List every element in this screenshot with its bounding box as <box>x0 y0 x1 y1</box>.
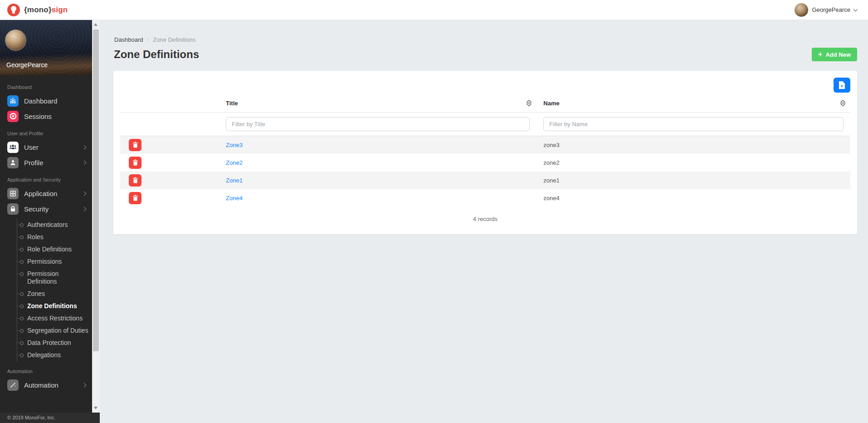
brand-logo[interactable]: {mono}sign <box>7 4 68 16</box>
sort-icon <box>840 99 846 107</box>
actions-column-header <box>120 95 219 113</box>
submenu-item-authenticators[interactable]: Authenticators <box>17 219 92 231</box>
profile-name: GeorgePearce <box>6 61 48 69</box>
brand-suffix: sign <box>52 5 68 14</box>
person-icon <box>7 157 19 168</box>
delete-zone2-button[interactable] <box>129 157 141 169</box>
zone-title-link[interactable]: Zone3 <box>226 142 243 148</box>
chevron-right-icon <box>82 160 87 165</box>
submenu-item-zone-definitions[interactable]: Zone Definitions <box>17 300 92 313</box>
section-label-automation: Automation <box>7 369 85 374</box>
sidebar-scrollbar[interactable] <box>92 20 100 413</box>
submenu-item-data-protection[interactable]: Data Protection <box>17 337 92 349</box>
submenu-item-access-restrictions[interactable]: Access Restrictions <box>17 313 92 325</box>
filter-by-title-input[interactable] <box>226 117 530 131</box>
user-menu[interactable]: GeorgePearce <box>795 3 857 17</box>
breadcrumb-current: Zone Definitions <box>153 36 195 43</box>
profile-avatar[interactable] <box>5 30 26 50</box>
submenu-item-permissions[interactable]: Permissions <box>17 256 92 268</box>
sidebar-item-sessions[interactable]: Sessions <box>0 108 92 124</box>
section-label-user-profile: User and Profile <box>7 131 85 136</box>
chevron-right-icon <box>82 207 87 211</box>
scroll-down-arrow-icon[interactable] <box>94 407 98 409</box>
chevron-right-icon <box>82 191 87 196</box>
sidebar-item-label: Profile <box>24 159 77 167</box>
page-title: Zone Definitions <box>114 48 199 61</box>
submenu-item-delegations[interactable]: Delegations <box>17 349 92 362</box>
export-excel-button[interactable]: x <box>834 78 850 93</box>
sidebar-item-label: User <box>24 143 77 151</box>
sidebar-item-profile[interactable]: Profile <box>0 155 92 170</box>
trash-icon <box>132 142 138 148</box>
top-bar: {mono}sign GeorgePearce <box>0 0 868 20</box>
svg-text:x: x <box>841 84 843 88</box>
table-row: Zone1 zone1 <box>120 172 850 189</box>
sidebar: GeorgePearce Dashboard Dashboard Session… <box>0 20 92 413</box>
filter-by-name-input[interactable] <box>543 117 844 131</box>
section-label-dashboard: Dashboard <box>7 84 85 90</box>
sort-icon <box>526 99 532 107</box>
sidebar-item-security[interactable]: Security <box>0 201 92 216</box>
zone-title-link[interactable]: Zone4 <box>226 195 243 202</box>
excel-file-icon: x <box>838 81 846 89</box>
sidebar-item-application[interactable]: Application <box>0 186 92 201</box>
sidebar-footer: © 2019 MonoFor, Inc. <box>0 413 100 423</box>
chevron-down-icon <box>853 7 858 11</box>
bar-chart-icon <box>7 95 19 107</box>
table-header-row: Title Name <box>120 95 850 113</box>
add-new-button[interactable]: + Add New <box>812 48 857 61</box>
sidebar-item-automation[interactable]: Automation <box>0 377 92 393</box>
breadcrumb: Dashboard / Zone Definitions <box>114 36 195 43</box>
trash-icon <box>132 159 138 166</box>
magic-wand-icon <box>7 379 19 391</box>
table-row: Zone2 zone2 <box>120 154 850 172</box>
card-toolbar: x <box>120 78 850 93</box>
brand-name: {mono}sign <box>24 5 68 15</box>
title-column-label: Title <box>226 100 238 107</box>
table-row: Zone4 zone4 <box>120 189 850 207</box>
zone-title-link[interactable]: Zone2 <box>226 159 243 166</box>
zone-name-cell: zone1 <box>536 172 850 189</box>
delete-zone3-button[interactable] <box>129 139 141 151</box>
sidebar-item-user[interactable]: User <box>0 139 92 155</box>
scrollbar-thumb[interactable] <box>93 30 99 351</box>
record-icon <box>7 111 19 122</box>
submenu-item-segregation-of-duties[interactable]: Segregation of Duties <box>17 325 92 337</box>
sidebar-item-label: Sessions <box>24 113 86 120</box>
lock-icon <box>7 203 19 215</box>
zone-name-cell: zone2 <box>536 154 850 172</box>
user-name: GeorgePearce <box>812 6 850 13</box>
sort-title-button[interactable] <box>526 99 532 107</box>
zone-definitions-card: x Title <box>113 71 857 234</box>
chevron-right-icon <box>82 383 87 387</box>
breadcrumb-dashboard-link[interactable]: Dashboard <box>114 36 143 43</box>
delete-zone4-button[interactable] <box>129 192 141 204</box>
sidebar-item-dashboard[interactable]: Dashboard <box>0 93 92 108</box>
sidebar-profile-header: GeorgePearce <box>0 20 92 75</box>
server-icon <box>7 188 19 199</box>
zone-title-link[interactable]: Zone1 <box>226 177 243 184</box>
submenu-item-permission-definitions[interactable]: Permission Definitions <box>17 268 92 288</box>
trash-icon <box>132 177 138 183</box>
user-avatar <box>795 3 808 17</box>
plus-icon: + <box>818 51 822 58</box>
sort-name-button[interactable] <box>840 99 846 107</box>
sidebar-item-label: Application <box>24 190 77 197</box>
submenu-item-role-definitions[interactable]: Role Definitions <box>17 244 92 256</box>
brand-prefix: {mono} <box>24 5 52 14</box>
sidebar-nav: Dashboard Dashboard Sessions User and Pr… <box>0 75 92 393</box>
delete-zone1-button[interactable] <box>129 174 141 187</box>
submenu-item-roles[interactable]: Roles <box>17 231 92 244</box>
zone-definitions-table: Title Name <box>120 95 850 207</box>
records-count: 4 records <box>120 207 850 229</box>
scroll-up-arrow-icon[interactable] <box>94 23 98 26</box>
submenu-item-zones[interactable]: Zones <box>17 288 92 300</box>
name-column-header: Name <box>536 95 850 113</box>
table-row: Zone3 zone3 <box>120 136 850 154</box>
zone-name-cell: zone3 <box>536 136 850 154</box>
name-column-label: Name <box>543 100 559 107</box>
section-label-app-security: Application and Security <box>7 177 85 182</box>
security-submenu: Authenticators Roles Role Definitions Pe… <box>17 218 92 362</box>
main-content: Dashboard / Zone Definitions Zone Defini… <box>100 20 868 423</box>
monosign-logo-icon <box>7 4 20 16</box>
